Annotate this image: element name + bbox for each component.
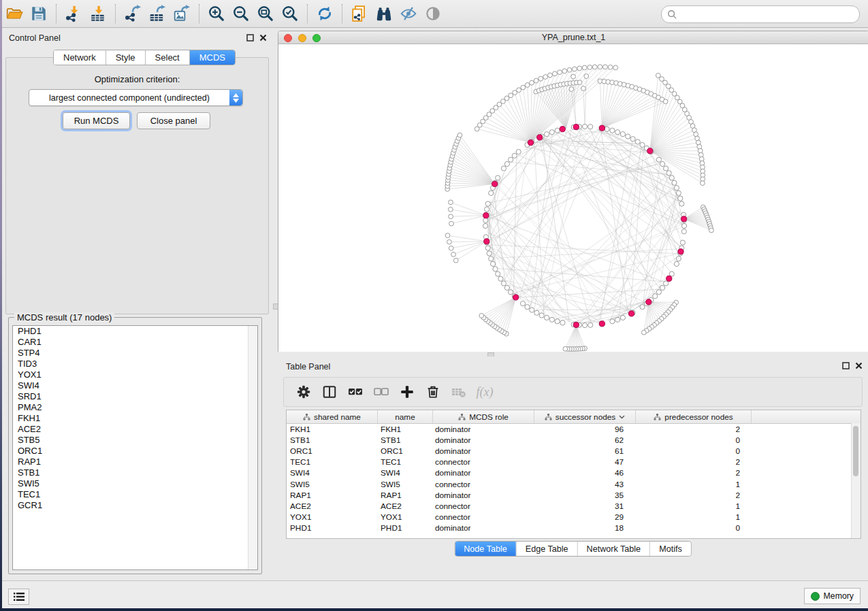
import-network-icon[interactable] <box>61 3 86 24</box>
graph-node[interactable] <box>663 99 668 104</box>
graph-node[interactable] <box>563 346 568 351</box>
graph-node[interactable] <box>605 127 609 131</box>
graph-node[interactable] <box>487 251 492 256</box>
table-row[interactable]: PHD1PHD1dominator180 <box>287 523 861 533</box>
graph-node[interactable] <box>539 76 543 81</box>
import-table-icon[interactable] <box>86 3 110 24</box>
mcds-result-item[interactable]: TID3 <box>13 359 257 369</box>
graph-node[interactable] <box>530 308 534 312</box>
mcds-hub-node[interactable] <box>528 140 533 146</box>
graph-node[interactable] <box>676 191 681 195</box>
table-row[interactable]: ACE2ACE2connector311 <box>287 501 861 512</box>
graph-node[interactable] <box>656 73 660 78</box>
export-network-icon[interactable] <box>120 3 145 24</box>
mcds-result-item[interactable]: ORC1 <box>13 446 257 457</box>
zoom-selected-icon[interactable] <box>278 3 302 24</box>
graph-node[interactable] <box>509 157 513 162</box>
graph-node[interactable] <box>509 290 513 295</box>
float-panel-icon[interactable] <box>841 361 850 369</box>
column-header-successor-nodes[interactable]: successor nodes <box>534 410 636 423</box>
graph-node[interactable] <box>663 80 668 85</box>
graph-node[interactable] <box>581 86 586 91</box>
network-window-titlebar[interactable]: YPA_prune.txt_1 <box>278 31 868 44</box>
graph-node[interactable] <box>489 191 494 195</box>
mcds-hub-node[interactable] <box>681 216 687 222</box>
table-row[interactable]: YOX1YOX1connector291 <box>287 512 861 523</box>
graph-node[interactable] <box>513 90 517 95</box>
graph-node[interactable] <box>545 315 549 320</box>
graph-node[interactable] <box>512 153 517 158</box>
graph-node[interactable] <box>656 157 661 162</box>
table-row[interactable]: RAP1RAP1dominator352 <box>287 490 861 501</box>
deselect-all-icon[interactable] <box>368 380 394 403</box>
column-header-name[interactable]: name <box>378 410 433 423</box>
graph-node[interactable] <box>610 319 615 324</box>
graph-node[interactable] <box>539 313 544 318</box>
zoom-out-icon[interactable] <box>229 3 253 24</box>
graph-node[interactable] <box>641 330 646 335</box>
graph-node[interactable] <box>680 240 685 245</box>
mcds-result-item[interactable]: STP4 <box>13 348 257 359</box>
network-canvas[interactable] <box>278 44 867 379</box>
tab-style[interactable]: Style <box>106 50 146 65</box>
graph-node[interactable] <box>635 139 640 144</box>
graph-node[interactable] <box>666 171 671 176</box>
graph-node[interactable] <box>548 73 553 78</box>
mcds-hub-node[interactable] <box>573 125 579 130</box>
column-header-shared-name[interactable]: shared name <box>287 410 378 423</box>
mcds-hub-node[interactable] <box>537 135 543 140</box>
show-glyph-icon[interactable] <box>421 3 445 24</box>
graph-node[interactable] <box>681 229 686 234</box>
column-header-predecessor-nodes[interactable]: predecessor nodes <box>636 410 752 423</box>
graph-node[interactable] <box>679 201 684 206</box>
mcds-hub-node[interactable] <box>666 276 672 281</box>
graph-node[interactable] <box>449 214 453 219</box>
mcds-hub-node[interactable] <box>492 181 498 186</box>
graph-node[interactable] <box>485 201 490 206</box>
graph-node[interactable] <box>664 281 669 286</box>
graph-node[interactable] <box>588 65 592 70</box>
graph-node[interactable] <box>549 130 554 135</box>
graph-node[interactable] <box>517 88 521 93</box>
mcds-hub-node[interactable] <box>513 295 519 300</box>
mcds-hub-node[interactable] <box>646 299 652 305</box>
zoom-fit-icon[interactable] <box>253 3 278 24</box>
graph-node[interactable] <box>610 128 615 133</box>
vertical-splitter[interactable] <box>272 28 278 580</box>
graph-node[interactable] <box>603 65 608 69</box>
clone-network-icon[interactable] <box>347 3 372 24</box>
graph-node[interactable] <box>445 233 450 238</box>
table-scrollbar[interactable] <box>851 423 861 538</box>
graph-node[interactable] <box>577 66 582 71</box>
graph-node[interactable] <box>521 85 526 90</box>
mcds-result-item[interactable]: CAR1 <box>13 337 257 348</box>
graph-node[interactable] <box>674 261 679 266</box>
graph-node[interactable] <box>447 240 452 244</box>
tab-network[interactable]: Network <box>54 50 106 65</box>
table-row[interactable]: STB1STB1dominator620 <box>287 435 861 446</box>
graph-node[interactable] <box>525 83 530 88</box>
graph-node[interactable] <box>640 305 645 310</box>
tab-edge-table[interactable]: Edge Table <box>517 542 578 556</box>
mcds-hub-node[interactable] <box>647 148 653 154</box>
delete-row-icon[interactable] <box>420 380 446 403</box>
graph-node[interactable] <box>448 207 453 212</box>
mcds-hub-node[interactable] <box>599 321 605 327</box>
graph-node[interactable] <box>553 71 558 76</box>
graph-node[interactable] <box>620 315 625 320</box>
graph-node[interactable] <box>613 65 618 70</box>
graph-node[interactable] <box>674 186 679 191</box>
mcds-hub-node[interactable] <box>560 127 565 132</box>
close-panel-button[interactable]: Close panel <box>137 112 210 129</box>
graph-node[interactable] <box>485 246 490 250</box>
graph-node[interactable] <box>479 314 484 318</box>
select-all-icon[interactable] <box>342 380 368 403</box>
graph-node[interactable] <box>676 257 681 261</box>
mcds-result-item[interactable]: GCR1 <box>13 500 257 511</box>
graph-node[interactable] <box>483 223 487 228</box>
graph-node[interactable] <box>582 124 587 129</box>
graph-node[interactable] <box>660 161 665 166</box>
graph-node[interactable] <box>555 319 560 324</box>
graph-node[interactable] <box>626 134 630 139</box>
graph-node[interactable] <box>545 132 549 137</box>
